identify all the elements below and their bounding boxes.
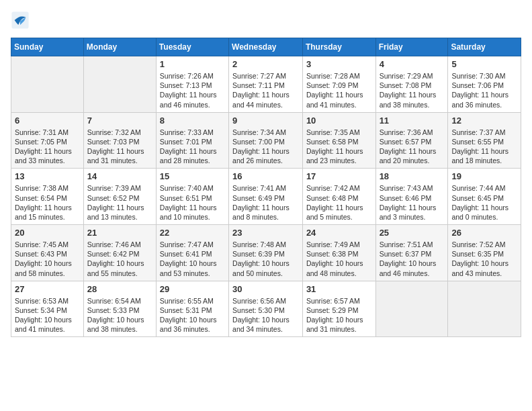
day-number: 24 [306,228,372,238]
day-number: 2 [232,59,299,69]
calendar-cell [83,56,156,113]
calendar-cell: 18Sunrise: 7:43 AM Sunset: 6:46 PM Dayli… [375,169,448,225]
cell-content: Sunrise: 7:52 AM Sunset: 6:35 PM Dayligh… [451,240,517,278]
calendar-cell: 5Sunrise: 7:30 AM Sunset: 7:06 PM Daylig… [448,56,521,113]
calendar-cell [375,281,448,337]
day-number: 4 [380,59,445,69]
cell-content: Sunrise: 7:47 AM Sunset: 6:41 PM Dayligh… [160,240,225,278]
day-number: 10 [306,116,372,126]
cell-content: Sunrise: 6:57 AM Sunset: 5:29 PM Dayligh… [306,296,372,334]
cell-content: Sunrise: 7:51 AM Sunset: 6:37 PM Dayligh… [380,240,445,278]
calendar-cell [11,56,84,113]
calendar-cell: 2Sunrise: 7:27 AM Sunset: 7:11 PM Daylig… [229,56,303,113]
cell-content: Sunrise: 7:38 AM Sunset: 6:54 PM Dayligh… [15,183,80,222]
calendar-cell: 19Sunrise: 7:44 AM Sunset: 6:45 PM Dayli… [448,169,521,225]
calendar-cell: 16Sunrise: 7:41 AM Sunset: 6:49 PM Dayli… [229,169,303,225]
cell-content: Sunrise: 7:36 AM Sunset: 6:57 PM Dayligh… [380,128,445,166]
day-number: 15 [160,171,225,181]
day-number: 12 [451,116,517,126]
cell-content: Sunrise: 7:33 AM Sunset: 7:01 PM Dayligh… [160,128,225,166]
logo [11,11,32,30]
cell-content: Sunrise: 7:28 AM Sunset: 7:09 PM Dayligh… [306,71,372,109]
calendar-cell: 10Sunrise: 7:35 AM Sunset: 6:58 PM Dayli… [302,112,375,169]
cell-content: Sunrise: 7:43 AM Sunset: 6:46 PM Dayligh… [380,183,445,222]
calendar-cell: 29Sunrise: 6:55 AM Sunset: 5:31 PM Dayli… [156,281,228,337]
calendar-cell: 24Sunrise: 7:49 AM Sunset: 6:38 PM Dayli… [302,225,375,281]
cell-content: Sunrise: 7:41 AM Sunset: 6:49 PM Dayligh… [232,183,299,222]
weekday-header: Friday [375,38,448,56]
calendar-cell: 11Sunrise: 7:36 AM Sunset: 6:57 PM Dayli… [375,112,448,169]
cell-content: Sunrise: 7:49 AM Sunset: 6:38 PM Dayligh… [306,240,372,278]
calendar-cell: 3Sunrise: 7:28 AM Sunset: 7:09 PM Daylig… [302,56,375,113]
cell-content: Sunrise: 7:46 AM Sunset: 6:42 PM Dayligh… [87,240,152,278]
cell-content: Sunrise: 6:54 AM Sunset: 5:33 PM Dayligh… [87,296,152,334]
day-number: 25 [380,228,445,238]
day-number: 7 [87,116,152,126]
calendar-cell: 28Sunrise: 6:54 AM Sunset: 5:33 PM Dayli… [83,281,156,337]
calendar-week-row: 6Sunrise: 7:31 AM Sunset: 7:05 PM Daylig… [11,112,521,169]
cell-content: Sunrise: 7:39 AM Sunset: 6:52 PM Dayligh… [87,183,152,222]
cell-content: Sunrise: 7:42 AM Sunset: 6:48 PM Dayligh… [306,183,372,222]
calendar-cell: 15Sunrise: 7:40 AM Sunset: 6:51 PM Dayli… [156,169,228,225]
calendar-cell: 27Sunrise: 6:53 AM Sunset: 5:34 PM Dayli… [11,281,84,337]
calendar-cell: 6Sunrise: 7:31 AM Sunset: 7:05 PM Daylig… [11,112,84,169]
day-number: 26 [451,228,517,238]
day-number: 6 [15,116,80,126]
weekday-header: Saturday [448,38,521,56]
cell-content: Sunrise: 7:27 AM Sunset: 7:11 PM Dayligh… [232,71,299,109]
calendar-week-row: 20Sunrise: 7:45 AM Sunset: 6:43 PM Dayli… [11,225,521,281]
calendar-cell: 9Sunrise: 7:34 AM Sunset: 7:00 PM Daylig… [229,112,303,169]
day-number: 31 [306,284,372,294]
cell-content: Sunrise: 7:34 AM Sunset: 7:00 PM Dayligh… [232,128,299,166]
day-number: 5 [451,59,517,69]
calendar-cell: 12Sunrise: 7:37 AM Sunset: 6:55 PM Dayli… [448,112,521,169]
day-number: 29 [160,284,225,294]
day-number: 19 [451,171,517,181]
weekday-header: Tuesday [156,38,228,56]
calendar-cell: 1Sunrise: 7:26 AM Sunset: 7:13 PM Daylig… [156,56,228,113]
calendar-cell: 20Sunrise: 7:45 AM Sunset: 6:43 PM Dayli… [11,225,84,281]
cell-content: Sunrise: 7:40 AM Sunset: 6:51 PM Dayligh… [160,183,225,222]
calendar-cell: 13Sunrise: 7:38 AM Sunset: 6:54 PM Dayli… [11,169,84,225]
weekday-header: Wednesday [229,38,303,56]
cell-content: Sunrise: 7:30 AM Sunset: 7:06 PM Dayligh… [451,71,517,109]
day-number: 30 [232,284,299,294]
day-number: 3 [306,59,372,69]
day-number: 9 [232,116,299,126]
day-number: 21 [87,228,152,238]
day-number: 11 [380,116,445,126]
calendar-cell [448,281,521,337]
day-number: 16 [232,171,299,181]
calendar-cell: 25Sunrise: 7:51 AM Sunset: 6:37 PM Dayli… [375,225,448,281]
page-header [11,11,521,30]
calendar-cell: 21Sunrise: 7:46 AM Sunset: 6:42 PM Dayli… [83,225,156,281]
day-number: 18 [380,171,445,181]
day-number: 8 [160,116,225,126]
calendar-cell: 7Sunrise: 7:32 AM Sunset: 7:03 PM Daylig… [83,112,156,169]
cell-content: Sunrise: 7:26 AM Sunset: 7:13 PM Dayligh… [160,71,225,109]
weekday-header: Sunday [11,38,84,56]
calendar-header-row: SundayMondayTuesdayWednesdayThursdayFrid… [11,38,521,56]
day-number: 27 [15,284,80,294]
calendar-cell: 8Sunrise: 7:33 AM Sunset: 7:01 PM Daylig… [156,112,228,169]
weekday-header: Monday [83,38,156,56]
cell-content: Sunrise: 7:44 AM Sunset: 6:45 PM Dayligh… [451,183,517,222]
day-number: 14 [87,171,152,181]
day-number: 22 [160,228,225,238]
logo-icon [11,11,30,30]
cell-content: Sunrise: 7:45 AM Sunset: 6:43 PM Dayligh… [15,240,80,278]
day-number: 1 [160,59,225,69]
calendar-week-row: 1Sunrise: 7:26 AM Sunset: 7:13 PM Daylig… [11,56,521,113]
day-number: 28 [87,284,152,294]
cell-content: Sunrise: 7:35 AM Sunset: 6:58 PM Dayligh… [306,128,372,166]
day-number: 13 [15,171,80,181]
cell-content: Sunrise: 6:56 AM Sunset: 5:30 PM Dayligh… [232,296,299,334]
calendar-cell: 23Sunrise: 7:48 AM Sunset: 6:39 PM Dayli… [229,225,303,281]
calendar-week-row: 13Sunrise: 7:38 AM Sunset: 6:54 PM Dayli… [11,169,521,225]
calendar-cell: 14Sunrise: 7:39 AM Sunset: 6:52 PM Dayli… [83,169,156,225]
cell-content: Sunrise: 6:53 AM Sunset: 5:34 PM Dayligh… [15,296,80,334]
calendar-cell: 17Sunrise: 7:42 AM Sunset: 6:48 PM Dayli… [302,169,375,225]
cell-content: Sunrise: 7:32 AM Sunset: 7:03 PM Dayligh… [87,128,152,166]
calendar-cell: 26Sunrise: 7:52 AM Sunset: 6:35 PM Dayli… [448,225,521,281]
day-number: 20 [15,228,80,238]
